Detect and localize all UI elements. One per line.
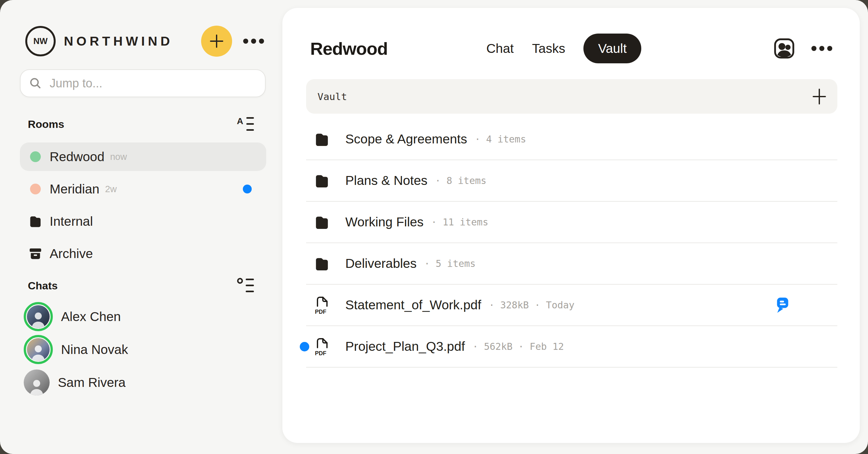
tab-vault[interactable]: Vault <box>583 33 641 63</box>
chat-name: Alex Chen <box>61 309 121 324</box>
search-icon <box>29 77 42 90</box>
avatar <box>24 369 50 395</box>
main-panel: Redwood ChatTasksVault Vault <box>282 8 860 443</box>
main-more-button[interactable] <box>811 46 833 51</box>
room-name: Meridian <box>50 182 99 197</box>
row-meta: · 5 items <box>424 258 476 269</box>
pdf-file-icon: PDF <box>314 296 330 314</box>
app-window: NW NORTHWIND Rooms <box>0 0 868 454</box>
brand-name: NORTHWIND <box>64 34 173 49</box>
search-box[interactable] <box>20 69 266 97</box>
room-status-dot <box>30 183 41 194</box>
brand-mark-icon: NW <box>25 26 56 56</box>
room-meta: now <box>110 152 127 162</box>
sort-alpha-icon: A <box>237 116 254 132</box>
sort-rooms-button[interactable]: A <box>237 116 254 132</box>
members-icon <box>774 38 795 59</box>
tab-label: Vault <box>598 41 626 56</box>
chats-section-header: Chats <box>28 278 254 293</box>
avatar <box>27 305 50 328</box>
sidebar-more-button[interactable] <box>242 29 266 53</box>
vault-row-statement-of-work-pdf[interactable]: PDF Statement_of_Work.pdf · 328kB · Toda… <box>306 285 837 326</box>
svg-text:PDF: PDF <box>315 309 326 314</box>
brand-initials: NW <box>33 36 48 46</box>
search-input[interactable] <box>49 76 257 90</box>
plus-icon <box>813 88 826 105</box>
folder-icon <box>314 257 330 271</box>
tab-label: Tasks <box>532 41 565 56</box>
row-meta: · 8 items <box>435 175 487 186</box>
row-name: Project_Plan_Q3.pdf <box>345 339 465 354</box>
chat-name: Sam Rivera <box>58 375 126 390</box>
chat-name: Nina Novak <box>61 342 128 357</box>
sidebar-chat-sam-rivera[interactable]: Sam Rivera <box>20 367 266 398</box>
row-meta: · 4 items <box>475 134 526 145</box>
more-dots-icon <box>811 46 833 51</box>
sidebar: NW NORTHWIND Rooms <box>0 0 282 454</box>
more-dots-icon <box>243 38 265 44</box>
vault-row-scope-agreements[interactable]: Scope & Agreements · 4 items <box>306 119 837 160</box>
room-name: Archive <box>50 246 93 261</box>
tab-tasks[interactable]: Tasks <box>532 41 565 56</box>
room-icon-slot <box>29 183 41 194</box>
folder-icon <box>314 133 330 146</box>
avatar-ring <box>24 302 53 331</box>
svg-text:A: A <box>237 116 243 126</box>
tab-bar: ChatTasksVault <box>486 33 641 64</box>
row-meta: · 11 items <box>431 217 489 228</box>
room-icon-slot <box>29 151 41 162</box>
room-status-dot <box>30 151 41 162</box>
folder-icon <box>314 216 330 229</box>
chats-title: Chats <box>28 280 58 292</box>
vault-row-project-plan-q3-pdf[interactable]: PDF Project_Plan_Q3.pdf · 562kB · Feb 12 <box>306 326 837 368</box>
row-meta: · 562kB · Feb 12 <box>472 341 564 352</box>
sidebar-chat-nina-novak[interactable]: Nina Novak <box>20 334 266 365</box>
row-meta: · 328kB · Today <box>489 300 575 311</box>
archive-icon <box>29 248 42 260</box>
row-name: Working Files <box>345 215 424 230</box>
room-meta: 2w <box>105 184 117 194</box>
rooms-section-header: Rooms A <box>28 116 254 132</box>
brand-logo: NW NORTHWIND <box>25 26 173 56</box>
room-icon-slot <box>29 215 41 227</box>
sidebar-header: NW NORTHWIND <box>25 25 266 57</box>
vault-file-list: Scope & Agreements · 4 items Plans & Not… <box>306 119 837 368</box>
tab-label: Chat <box>486 41 514 56</box>
vault-breadcrumb-bar: Vault <box>306 79 837 114</box>
new-item-button[interactable] <box>201 26 232 57</box>
sidebar-item-internal[interactable]: Internal <box>20 207 266 235</box>
filter-chats-button[interactable] <box>237 277 254 294</box>
row-name: Statement_of_Work.pdf <box>345 297 481 312</box>
row-name: Plans & Notes <box>345 173 428 188</box>
sidebar-item-archive[interactable]: Archive <box>20 239 266 268</box>
sidebar-chat-alex-chen[interactable]: Alex Chen <box>20 302 266 332</box>
tab-chat[interactable]: Chat <box>486 41 514 56</box>
svg-text:PDF: PDF <box>315 350 326 356</box>
avatar-ring <box>24 335 53 364</box>
unread-dot <box>243 185 252 194</box>
chats-list: Alex Chen Nina Novak Sam Rivera <box>20 302 266 400</box>
pdf-file-icon: PDF <box>314 338 330 356</box>
vault-row-deliverables[interactable]: Deliverables · 5 items <box>306 243 837 285</box>
unread-dot <box>300 342 309 351</box>
members-button[interactable] <box>774 38 795 59</box>
vault-row-working-files[interactable]: Working Files · 11 items <box>306 202 837 243</box>
page-title: Redwood <box>310 38 388 59</box>
row-name: Scope & Agreements <box>345 132 467 147</box>
breadcrumb[interactable]: Vault <box>317 91 347 102</box>
avatar-ring <box>24 369 50 395</box>
folder-icon <box>29 215 42 227</box>
comment-badge-icon[interactable] <box>775 296 790 314</box>
row-name: Deliverables <box>345 256 417 271</box>
room-icon-slot <box>29 248 41 260</box>
room-name: Redwood <box>50 149 104 164</box>
header-actions <box>774 36 833 61</box>
rooms-list: Redwood now Meridian 2w Internal <box>20 142 266 272</box>
rooms-title: Rooms <box>28 118 64 131</box>
sidebar-item-meridian[interactable]: Meridian 2w <box>20 175 266 203</box>
vault-row-plans-notes[interactable]: Plans & Notes · 8 items <box>306 160 837 202</box>
sidebar-item-redwood[interactable]: Redwood now <box>20 142 266 171</box>
filter-list-icon <box>237 277 254 294</box>
folder-icon <box>314 174 330 188</box>
vault-add-button[interactable] <box>813 88 826 105</box>
